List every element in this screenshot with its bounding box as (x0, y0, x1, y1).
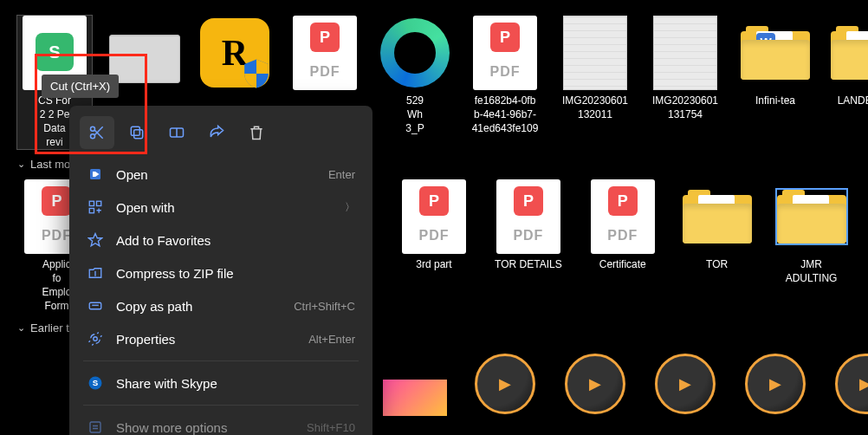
menu-accelerator: Enter (328, 168, 355, 181)
file-media-1[interactable] (468, 343, 542, 418)
rename-button[interactable] (159, 116, 194, 149)
svg-rect-9 (89, 302, 101, 309)
context-menu: Open Enter Open with 〉 Add to Favorites … (69, 106, 372, 435)
file-label: ApplicfoEmploForm (42, 257, 71, 313)
folder-landbank[interactable]: LANDBANK (828, 16, 868, 149)
file-label: 3rd part (416, 257, 451, 271)
menu-label: Add to Favorites (116, 233, 355, 248)
menu-label: Open with (116, 200, 333, 215)
svg-rect-13 (90, 422, 100, 432)
file-img-131754[interactable]: IMG20230601131754 (648, 16, 722, 149)
more-icon (87, 419, 104, 435)
chevron-down-icon: ⌄ (17, 159, 25, 170)
properties-icon (87, 330, 104, 347)
chevron-right-icon: 〉 (345, 200, 355, 215)
open-icon (87, 166, 104, 183)
rename-icon (168, 124, 185, 141)
svg-text:S: S (93, 378, 99, 387)
file-media-5[interactable] (828, 343, 868, 418)
menu-open[interactable]: Open Enter (74, 158, 367, 191)
menu-label: Share with Skype (116, 376, 355, 391)
svg-rect-6 (89, 201, 94, 205)
file-label: Infini-tea (755, 94, 795, 107)
file-media-2[interactable] (558, 343, 632, 418)
file-label: IMG20230601131754 (652, 94, 718, 121)
chevron-down-icon: ⌄ (17, 322, 25, 334)
menu-label: Properties (116, 332, 296, 347)
menu-compress-zip[interactable]: Compress to ZIP file (74, 256, 367, 289)
file-certificate[interactable]: PPDF Certificate (583, 179, 662, 313)
menu-separator (83, 360, 359, 361)
trash-icon (248, 124, 265, 141)
menu-copy-path[interactable]: Copy as path Ctrl+Shift+C (74, 289, 367, 322)
folder-infinitea[interactable]: W Infini-tea (738, 16, 813, 149)
menu-share-skype[interactable]: S Share with Skype (74, 367, 367, 399)
file-label: TOR (706, 257, 728, 271)
menu-label: Open (116, 167, 316, 182)
play-icon (565, 354, 625, 414)
edge-icon (380, 18, 450, 88)
file-label: JMRADULTING (786, 257, 838, 285)
file-label: IMG20230601132011 (562, 94, 628, 121)
menu-separator (83, 405, 359, 406)
file-fe1682[interactable]: PPDF fe1682b4-0fbb-4e41-96b7-41ed643fe10… (468, 16, 542, 149)
play-icon (745, 354, 806, 414)
menu-label: Copy as path (116, 299, 282, 314)
file-label: TOR DETAILS (495, 257, 562, 271)
file-label: Certificate (599, 257, 646, 271)
play-icon (475, 354, 535, 414)
svg-rect-7 (97, 201, 101, 205)
highlight-box (35, 54, 147, 154)
share-icon (208, 124, 225, 141)
menu-open-with[interactable]: Open with 〉 (74, 191, 367, 224)
group-label: Last mo (30, 158, 70, 171)
file-3rdpart[interactable]: PPDF 3rd part (395, 179, 474, 313)
menu-label: Show more options (116, 420, 295, 435)
menu-properties[interactable]: Properties Alt+Enter (74, 322, 367, 355)
menu-add-favorites[interactable]: Add to Favorites (74, 224, 367, 256)
delete-button[interactable] (239, 116, 274, 149)
file-tordetails[interactable]: PPDF TOR DETAILS (489, 179, 567, 313)
rockstar-icon: R (200, 18, 269, 88)
menu-label: Compress to ZIP file (116, 266, 355, 281)
group-label: Earlier t (30, 321, 69, 334)
file-label: fe1682b4-0fbb-4e41-96b7-41ed643fe109 (472, 94, 539, 135)
open-with-icon (87, 198, 104, 216)
menu-accelerator: Alt+Enter (308, 333, 355, 346)
menu-show-more[interactable]: Show more options Shift+F10 (74, 411, 367, 435)
file-media-4[interactable] (738, 343, 813, 418)
play-icon (835, 354, 868, 414)
folder-jmr[interactable]: JMRADULTING (772, 179, 851, 313)
svg-rect-8 (89, 209, 94, 213)
file-label: LANDBANK (838, 94, 868, 107)
app-edge[interactable]: 529Wh3_P (378, 16, 452, 149)
copy-path-icon (87, 297, 104, 315)
menu-accelerator: Ctrl+Shift+C (294, 300, 355, 313)
play-icon (655, 354, 716, 414)
menu-accelerator: Shift+F10 (307, 421, 355, 434)
file-img-132011[interactable]: IMG20230601132011 (558, 16, 632, 149)
star-icon (87, 231, 104, 249)
share-button[interactable] (199, 116, 234, 149)
file-label: 529Wh3_P (405, 94, 424, 135)
file-media-3[interactable] (648, 343, 722, 418)
file-gradient[interactable] (378, 343, 452, 418)
tooltip-cut: Cut (Ctrl+X) (42, 75, 119, 98)
skype-icon: S (87, 374, 104, 392)
zip-icon (87, 264, 104, 282)
folder-tor[interactable]: TOR (677, 179, 756, 313)
svg-point-10 (94, 337, 98, 341)
